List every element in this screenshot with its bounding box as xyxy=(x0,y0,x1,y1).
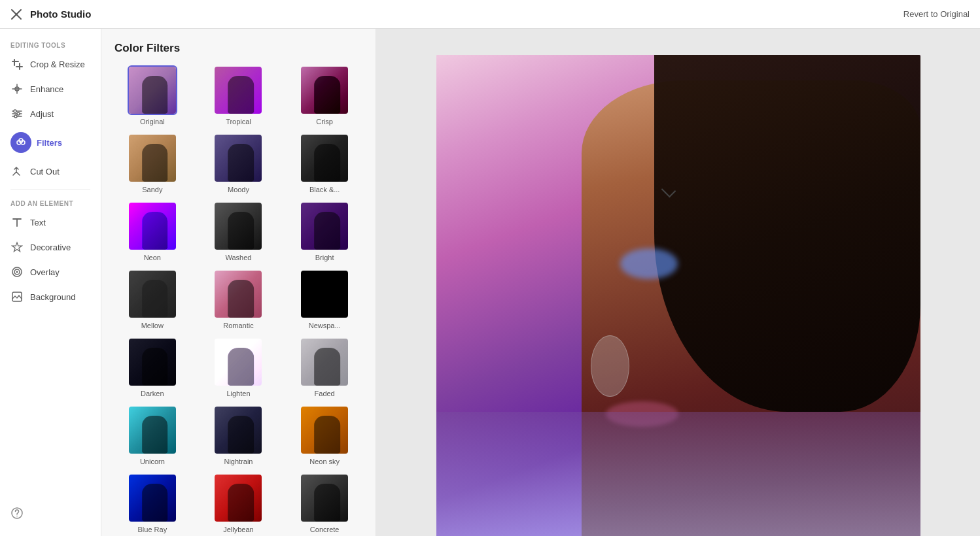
filter-label-neonsky: Neon sky xyxy=(300,458,349,465)
filter-thumb-jellybean xyxy=(213,473,263,523)
filter-item-original[interactable]: Original xyxy=(112,63,193,128)
filter-item-nightrain[interactable]: Nightrain xyxy=(198,403,279,468)
filter-label-nightrain: Nightrain xyxy=(213,458,263,465)
filter-thumb-faded xyxy=(300,337,349,387)
svg-point-21 xyxy=(16,516,18,517)
filter-thumb-inner-washed xyxy=(215,203,262,250)
filter-thumb-crisp xyxy=(300,65,349,115)
filter-item-neon[interactable]: Neon xyxy=(112,199,193,264)
thumb-face-crisp xyxy=(314,76,340,114)
thumb-face-tropical xyxy=(228,76,254,114)
sidebar-item-adjust[interactable]: Adjust xyxy=(0,101,101,126)
thumb-face-neonsky xyxy=(314,416,340,454)
filter-label-newspaper: Newspa... xyxy=(300,322,349,329)
filter-item-darken[interactable]: Darken xyxy=(112,335,193,400)
filter-item-blackwhite[interactable]: Black &... xyxy=(284,131,365,196)
filter-item-unicorn[interactable]: Unicorn xyxy=(112,403,193,468)
filter-item-lighten[interactable]: Lighten xyxy=(198,335,279,400)
filter-thumb-inner-faded xyxy=(301,339,348,386)
filter-item-neonsky[interactable]: Neon sky xyxy=(284,403,365,468)
filters-icon-circle xyxy=(10,132,31,153)
close-icon[interactable] xyxy=(10,8,22,20)
filter-item-washed[interactable]: Washed xyxy=(198,199,279,264)
filter-label-lighten: Lighten xyxy=(213,390,263,397)
crop-icon xyxy=(10,58,24,71)
sidebar-adjust-label: Adjust xyxy=(30,109,54,119)
sidebar-text-label: Text xyxy=(30,218,46,227)
editing-tools-label: EDITING TOOLS xyxy=(0,37,101,52)
sidebar-item-crop[interactable]: Crop & Resize xyxy=(0,52,101,76)
filter-thumb-darken xyxy=(128,337,177,387)
filter-label-washed: Washed xyxy=(213,254,263,261)
filter-item-tropical[interactable]: Tropical xyxy=(198,63,279,128)
filter-thumb-inner-bright xyxy=(301,203,348,250)
sidebar-item-enhance[interactable]: Enhance xyxy=(0,76,101,101)
svg-point-11 xyxy=(17,112,20,115)
filter-item-moody[interactable]: Moody xyxy=(198,131,279,196)
filter-label-romantic: Romantic xyxy=(213,322,263,329)
filter-thumb-inner-romantic xyxy=(215,271,262,318)
adjust-icon xyxy=(10,107,24,120)
thumb-face-newspaper xyxy=(314,280,340,318)
filter-thumb-inner-lighten xyxy=(215,339,262,386)
filter-item-newspaper[interactable]: Newspa... xyxy=(284,267,365,332)
sidebar-item-text[interactable]: Text xyxy=(0,210,101,235)
filter-thumb-inner-crisp xyxy=(301,67,348,114)
sidebar-enhance-label: Enhance xyxy=(30,84,63,94)
svg-rect-3 xyxy=(12,61,19,62)
canvas-area[interactable] xyxy=(376,29,980,536)
help-icon xyxy=(10,507,24,520)
filter-label-neon: Neon xyxy=(128,254,177,261)
sidebar-item-help[interactable] xyxy=(0,501,101,526)
sidebar-overlay-label: Overlay xyxy=(30,267,60,277)
filter-thumb-neon xyxy=(128,201,177,251)
filter-item-jellybean[interactable]: Jellybean xyxy=(198,471,279,536)
filter-thumb-blackwhite xyxy=(300,133,349,183)
filter-thumb-mellow xyxy=(128,269,177,319)
thumb-face-romantic xyxy=(228,280,254,318)
filter-item-romantic[interactable]: Romantic xyxy=(198,267,279,332)
svg-rect-2 xyxy=(14,59,15,66)
sidebar-item-decorative[interactable]: Decorative xyxy=(0,235,101,260)
revert-button[interactable]: Revert to Original xyxy=(903,9,970,19)
sidebar-decorative-label: Decorative xyxy=(30,243,71,252)
filter-label-blackwhite: Black &... xyxy=(300,186,349,193)
filter-item-faded[interactable]: Faded xyxy=(284,335,365,400)
filter-thumb-inner-original xyxy=(129,67,176,114)
filter-label-jellybean: Jellybean xyxy=(213,526,263,533)
filter-item-mellow[interactable]: Mellow xyxy=(112,267,193,332)
filter-thumb-inner-unicorn xyxy=(129,407,176,454)
sidebar-item-filters[interactable]: Filters xyxy=(0,126,101,159)
filter-thumb-unicorn xyxy=(128,405,177,455)
add-element-label: ADD AN ELEMENT xyxy=(0,195,101,210)
overlay-icon xyxy=(10,265,24,278)
filter-thumb-neonsky xyxy=(300,405,349,455)
left-sidebar: EDITING TOOLS Crop & Resize Enhance Adju… xyxy=(0,29,101,536)
filter-thumb-bright xyxy=(300,201,349,251)
thumb-face-bright xyxy=(314,212,340,250)
filter-thumb-inner-tropical xyxy=(215,67,262,114)
filter-thumb-inner-neon xyxy=(129,203,176,250)
filter-grid-container[interactable]: OriginalTropicalCrispSandyMoodyBlack &..… xyxy=(101,63,376,536)
filter-panel-header: Color Filters xyxy=(101,29,376,63)
app-title: Photo Studio xyxy=(30,8,91,20)
sidebar-item-overlay[interactable]: Overlay xyxy=(0,260,101,284)
thumb-face-original xyxy=(142,76,168,114)
filter-item-blueray[interactable]: Blue Ray xyxy=(112,471,193,536)
filter-thumb-inner-mellow xyxy=(129,271,176,318)
sidebar-filters-label: Filters xyxy=(37,138,62,148)
filter-item-sandy[interactable]: Sandy xyxy=(112,131,193,196)
filter-item-bright[interactable]: Bright xyxy=(284,199,365,264)
filter-thumb-moody xyxy=(213,133,263,183)
filter-item-concrete[interactable]: Concrete xyxy=(284,471,365,536)
thumb-face-faded xyxy=(314,348,340,386)
photo-canvas xyxy=(436,55,920,536)
filter-thumb-inner-jellybean xyxy=(215,475,262,522)
sidebar-item-cutout[interactable]: Cut Out xyxy=(0,159,101,184)
enhance-icon xyxy=(10,82,24,95)
sidebar-item-background[interactable]: Background xyxy=(0,284,101,309)
filter-item-crisp[interactable]: Crisp xyxy=(284,63,365,128)
filter-label-moody: Moody xyxy=(213,186,263,193)
filter-label-sandy: Sandy xyxy=(128,186,177,193)
filter-thumb-original xyxy=(128,65,177,115)
